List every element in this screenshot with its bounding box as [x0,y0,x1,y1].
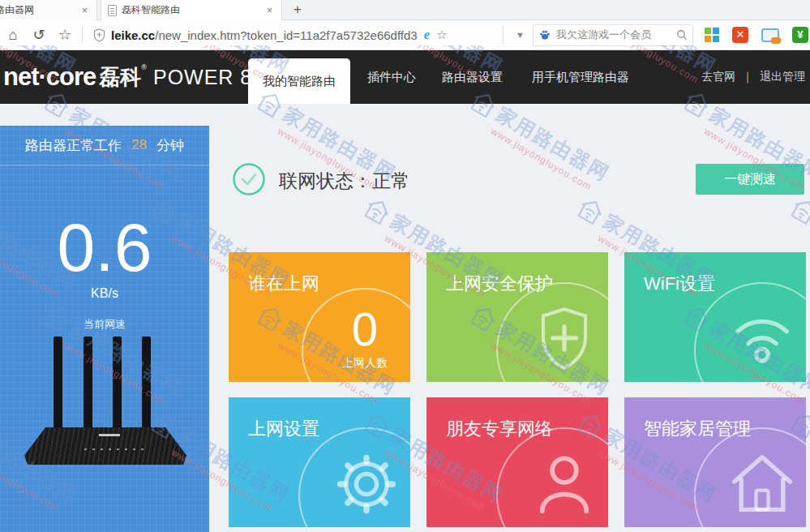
online-count-circle: 0 上网人数 [302,288,410,382]
browser-tab-2[interactable]: 磊科智能路由 × [101,0,282,20]
search-input[interactable]: 我欠这游戏一个会员 [556,28,676,42]
game-monitor-icon[interactable] [761,28,779,42]
tab-close-icon[interactable]: × [79,5,90,16]
uptime-prefix: 路由器正常工作 [25,136,122,155]
status-sidebar: 路由器正常工作 28 分钟 0.6 KB/s 当前网速 [0,126,209,532]
browser-tab-1[interactable]: 路由器网 × [0,0,97,20]
search-icon[interactable] [676,29,688,41]
tab-title: 磊科智能路由 [122,3,180,17]
check-circle-icon [232,162,266,196]
card-internet-settings[interactable]: 上网设置 [229,397,410,527]
card-title: 上网设置 [248,417,319,441]
person-icon [531,450,598,517]
card-wifi-settings[interactable]: WiFi设置 [624,252,806,382]
card-who-is-online[interactable]: 谁在上网 0 上网人数 [229,252,410,382]
speed-label: 当前网速 [0,317,209,332]
nav-tab-manage-by-phone[interactable]: 用手机管理路由器 [532,50,629,104]
browser-window: 路由器网 × 磊科智能路由 × + ⌂ ↺ ☆ leike.cc/new_ind… [0,0,810,532]
main-content: 路由器正常工作 28 分钟 0.6 KB/s 当前网速 联网状态：正常 一键测速 [0,104,810,532]
uptime-value: 28 [131,137,147,153]
card-title: WiFi设置 [644,272,715,296]
icon-circle [496,282,608,382]
icon-circle [694,282,806,382]
nav-links: 去官网 ｜ 退出管理 [701,50,805,104]
speed-value: 0.6 [0,213,209,281]
toolbar-divider [82,26,83,44]
netcore-logo: net·core 磊科 ® POWER 8L [3,50,264,104]
tab-title: 路由器网 [0,3,34,17]
home-icon[interactable]: ⌂ [0,27,26,44]
page-icon [108,5,117,16]
toolbar-divider [503,26,504,44]
official-site-link[interactable]: 去官网 [701,70,735,84]
router-top-nav: net·core 磊科 ® POWER 8L 我的智能路由 插件中心 路由器设置… [0,50,810,104]
speed-unit: KB/s [0,286,209,301]
chevron-down-icon[interactable]: ▼ [508,30,533,40]
online-count: 0 [303,306,410,353]
gear-icon [332,450,401,518]
icon-circle [694,427,806,527]
icon-circle [496,427,608,527]
card-title: 谁在上网 [248,272,319,296]
wallet-yuan-icon[interactable]: ¥ [792,27,808,43]
card-smart-home[interactable]: 智能家居管理 [624,397,806,527]
nav-tab-my-smart-router[interactable]: 我的智能路由 [248,58,350,104]
baidu-paw-icon [538,28,551,41]
url-host: leike.cc [111,28,155,42]
browser-tab-bar: 路由器网 × 磊科智能路由 × + [0,0,810,20]
logout-link[interactable]: 退出管理 [760,70,805,84]
site-shield-icon [93,28,105,42]
current-speed-block: 0.6 KB/s 当前网速 [0,213,209,332]
tools-icon[interactable]: ✕ [732,27,748,43]
icon-circle [298,427,410,527]
apps-grid-icon[interactable] [705,28,719,42]
extension-icons: ✕ ¥ [705,27,808,43]
online-count-label: 上网人数 [303,356,410,371]
address-bar[interactable]: leike.cc/new_index.htm?token_id=11a2f7a5… [87,27,499,43]
nav-tab-plugin-center[interactable]: 插件中心 [367,50,416,104]
refresh-icon[interactable]: ↺ [26,26,52,44]
wifi-icon [727,305,797,367]
shield-plus-icon [534,305,595,373]
favorite-star-icon[interactable]: ☆ [52,26,78,44]
uptime-unit: 分钟 [156,136,184,155]
nav-tab-router-settings[interactable]: 路由器设置 [442,50,503,104]
speed-test-button[interactable]: 一键测速 [696,164,804,195]
home-icon [727,450,797,515]
card-security-protection[interactable]: 上网安全保护 [426,252,608,382]
connection-status-text: 联网状态：正常 [279,169,409,194]
logo-netcore-text: net·core [3,62,96,92]
ie-icon[interactable]: e [424,27,431,43]
uptime-header: 路由器正常工作 28 分钟 [0,126,209,165]
router-device-image [28,337,190,466]
url-path: /new_index.htm?token_id=11a2f7a5732e66df… [155,28,417,42]
logo-cn-text: 磊科 [99,63,141,92]
new-tab-button[interactable]: + [289,2,306,19]
logo-registered-mark: ® [141,63,147,71]
browser-toolbar: ⌂ ↺ ☆ leike.cc/new_index.htm?token_id=11… [0,20,810,50]
tab-close-icon[interactable]: × [264,5,275,16]
search-box[interactable]: 我欠这游戏一个会员 [533,24,693,46]
url-text[interactable]: leike.cc/new_index.htm?token_id=11a2f7a5… [111,28,418,42]
card-friend-network[interactable]: 朋友专享网络 [426,397,608,527]
bookmark-star-icon[interactable]: ☆ [436,28,447,42]
nav-link-divider: ｜ [742,70,753,84]
